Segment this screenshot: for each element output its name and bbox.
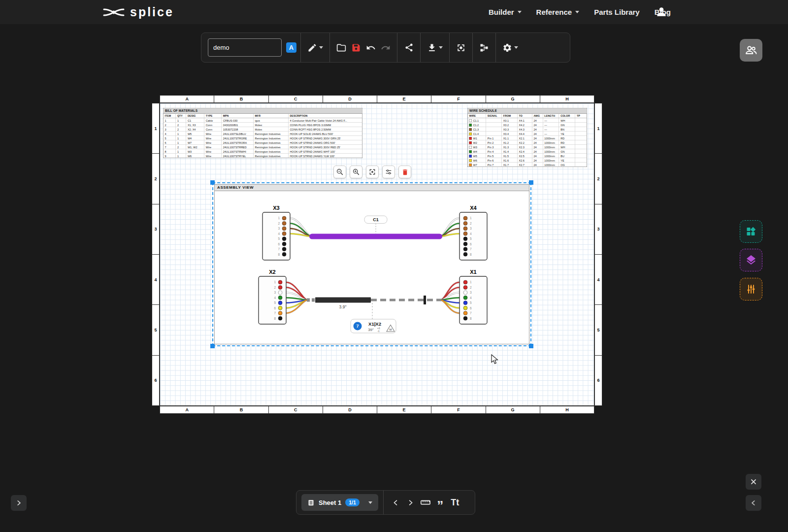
bom-cell: 1	[164, 118, 176, 123]
pin-X1-5	[463, 301, 467, 305]
bom-cell: 2	[175, 145, 186, 149]
share-button[interactable]	[401, 36, 416, 60]
project-name-input[interactable]	[208, 38, 282, 57]
layers-icon	[745, 254, 757, 266]
bom-cell: HOOK-UP STRND 24AWG ORG 500'	[288, 140, 362, 145]
ruler-cell: G	[486, 406, 540, 413]
ws-cell	[575, 132, 587, 136]
ws-cell: BU	[559, 154, 575, 158]
delete-button[interactable]	[398, 166, 411, 178]
ws-cell: W6	[468, 158, 486, 163]
ruler-cell: 3	[595, 204, 602, 254]
adjust-settings-button[interactable]	[382, 166, 395, 178]
bom-cell: Remington Industries	[253, 145, 288, 149]
open-project-button[interactable]	[334, 36, 349, 60]
pin-X4-1	[463, 216, 467, 220]
ruler-cell: 3	[152, 204, 159, 254]
user-menu-button[interactable]	[655, 5, 668, 20]
callout-dimension: 39"	[368, 328, 374, 332]
bom-cell: 24UL1007STRYEL	[221, 154, 253, 158]
pin-number: 4	[278, 232, 280, 235]
sheet-area[interactable]: BILL OF MATERIALS ITEMQTYDESIGTYPEMPNMFR…	[160, 103, 594, 406]
ws-cell	[486, 127, 501, 132]
parts-panel-button[interactable]	[740, 220, 762, 243]
notes-tool-button[interactable]: ”	[433, 494, 448, 511]
ruler-cell: B	[214, 406, 268, 413]
bom-cell: X2; X4	[186, 127, 204, 132]
ws-cell: C1.2	[468, 123, 486, 127]
fit-view-button[interactable]	[454, 36, 468, 60]
selection-handle-ne[interactable]	[529, 180, 533, 185]
ws-cell: Pin 1	[486, 136, 501, 140]
ruler-cell: A	[160, 96, 214, 102]
prev-icon	[392, 499, 399, 506]
order-layout-button[interactable]	[477, 36, 492, 60]
ws-cell: 24	[532, 163, 543, 167]
bom-cell: 7	[164, 145, 176, 149]
ws-cell: X1.1	[501, 136, 517, 140]
fit-icon	[368, 168, 376, 176]
bom-cell: Wire	[204, 154, 221, 158]
assembly-view-title: ASSEMBLY VIEW	[215, 185, 529, 191]
bom-cell: Remington Industries	[253, 140, 288, 145]
save-button[interactable]	[349, 36, 363, 60]
bom-cell: W7	[186, 140, 204, 145]
zoom-in-button[interactable]	[350, 166, 362, 178]
collaborators-button[interactable]	[740, 39, 762, 62]
drawing-sheet: ABCDEFGH 123456 BILL OF MATERIALS ITEMQT…	[152, 95, 602, 414]
pin-number: 5	[470, 301, 472, 304]
sheet-name: Sheet 1	[319, 499, 341, 506]
brand-logo[interactable]: splice	[102, 0, 174, 24]
undo-button[interactable]	[363, 36, 378, 60]
ws-cell: 1000mm	[543, 163, 559, 167]
ws-cell: RD	[559, 136, 575, 140]
nav-item-parts-library[interactable]: Parts Library	[594, 8, 640, 16]
nav-item-builder[interactable]: Builder	[489, 8, 522, 16]
next-sheet-button[interactable]	[403, 494, 418, 511]
text-style-button[interactable]: Tt	[448, 494, 462, 511]
ws-cell: 1000mm	[543, 158, 559, 163]
selection-handle-sw[interactable]	[210, 344, 215, 348]
ruler-cell: 1	[152, 103, 159, 153]
pin-number: 6	[470, 242, 472, 246]
collapse-right-panel-button[interactable]	[746, 495, 761, 511]
bom-header-cell: DESIG	[186, 114, 204, 118]
assembly-view-frame[interactable]: ASSEMBLY VIEW X312345678X412345678C1X212…	[214, 184, 529, 344]
ws-cell: X1.5	[501, 154, 517, 158]
redo-button[interactable]	[378, 36, 393, 60]
bom-cell: W5	[186, 132, 204, 136]
wire-schedule-title: WIRE SCHEDULE	[468, 108, 587, 114]
layers-panel-button[interactable]	[740, 249, 762, 271]
pin-X1-6	[463, 306, 467, 310]
zoom-out-button[interactable]	[333, 166, 346, 178]
bom-cell: Molex	[253, 123, 288, 127]
nav-item-label: Builder	[489, 8, 514, 16]
bom-row: 72W1; W2Wire24UL1007STRREDRemington Indu…	[164, 145, 362, 149]
ws-cell: WH	[559, 118, 575, 123]
properties-panel-button[interactable]	[740, 278, 762, 300]
ws-cell: X3.2	[501, 123, 517, 127]
fit-selection-button[interactable]	[366, 166, 379, 178]
nav-item-label: Parts Library	[594, 8, 640, 16]
adjust-icon	[385, 168, 393, 176]
sheet-selector[interactable]: Sheet 1 1/1	[301, 494, 378, 511]
assembly-drawing: X312345678X412345678C1X212345678X1123456…	[215, 191, 531, 346]
bom-row: 41W5Wire24UL1007SLDBLURemington Industri…	[164, 132, 362, 136]
divider	[472, 33, 473, 62]
expand-left-panel-button[interactable]	[11, 495, 27, 511]
bom-header-cell: ITEM	[164, 114, 176, 118]
pin-number: 3	[470, 291, 472, 294]
ws-cell: 24	[532, 140, 543, 145]
settings-button[interactable]	[500, 36, 521, 60]
prev-sheet-button[interactable]	[389, 494, 403, 511]
download-button[interactable]	[425, 36, 445, 60]
assembly-selection[interactable]: ASSEMBLY VIEW X312345678X412345678C1X212…	[212, 182, 531, 346]
measure-tool-button[interactable]	[418, 494, 433, 511]
bom-cell: 5	[164, 136, 176, 140]
close-panel-button[interactable]	[746, 474, 761, 490]
edit-mode-button[interactable]	[305, 36, 326, 60]
bom-cell: 2	[175, 127, 186, 132]
nav-item-reference[interactable]: Reference	[536, 8, 580, 16]
bom-cell: 0430200801	[221, 123, 253, 127]
wire-color-swatch	[469, 155, 472, 158]
